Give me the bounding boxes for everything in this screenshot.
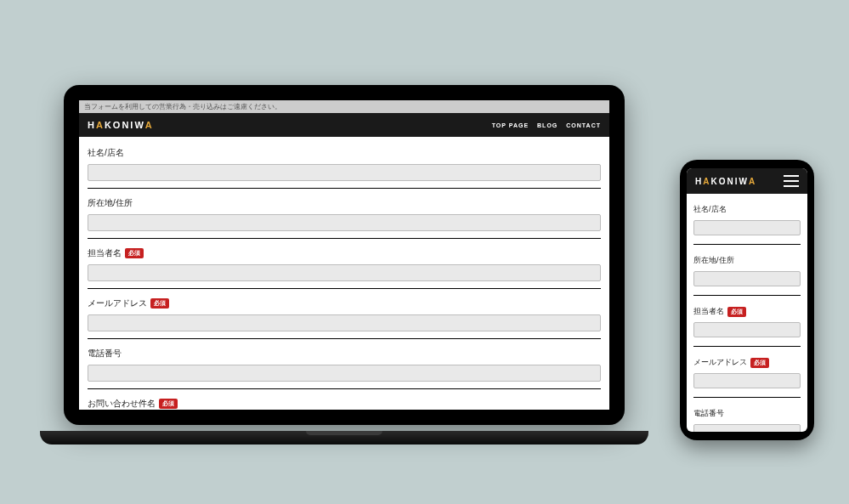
label-email: メールアドレス 必須 [88, 297, 601, 309]
field-person: 担当者名 必須 [88, 247, 601, 289]
input-address[interactable] [88, 214, 601, 231]
brand-part: H [695, 177, 703, 186]
field-address: 所在地/住所 [693, 255, 801, 296]
nav-blog[interactable]: BLOG [537, 122, 558, 128]
brand-accent: A [96, 120, 105, 130]
phone-screen: HAKONIWA 社名/店名 所在地/住所 担当者名 必須 [687, 168, 807, 432]
label-address: 所在地/住所 [88, 197, 601, 209]
brand-logo[interactable]: HAKONIWA [695, 177, 756, 186]
input-address[interactable] [693, 271, 801, 286]
label-text: 社名/店名 [693, 204, 727, 215]
input-email[interactable] [88, 314, 601, 331]
label-text: 社名/店名 [88, 147, 124, 159]
field-email: メールアドレス 必須 [88, 297, 601, 339]
field-phone: 電話番号 [88, 348, 601, 389]
laptop-screen: 当フォームを利用しての営業行為・売り込みはご遠慮ください。 HAKONIWA T… [79, 100, 609, 410]
input-company[interactable] [693, 220, 801, 235]
brand-logo[interactable]: HAKONIWA [88, 120, 154, 130]
field-company: 社名/店名 [693, 204, 801, 245]
label-address: 所在地/住所 [693, 255, 801, 266]
laptop-frame: 当フォームを利用しての営業行為・売り込みはご遠慮ください。 HAKONIWA T… [64, 85, 625, 425]
field-phone: 電話番号 [693, 408, 801, 432]
notice-bar: 当フォームを利用しての営業行為・売り込みはご遠慮ください。 [79, 100, 609, 113]
nav: TOP PAGE BLOG CONTACT [492, 122, 601, 128]
label-phone: 電話番号 [693, 408, 801, 419]
phone-device: HAKONIWA 社名/店名 所在地/住所 担当者名 必須 [680, 160, 814, 440]
contact-form: 社名/店名 所在地/住所 担当者名 必須 [79, 137, 609, 410]
field-address: 所在地/住所 [88, 197, 601, 239]
required-badge: 必須 [750, 358, 769, 368]
required-badge: 必須 [125, 248, 144, 258]
field-email: メールアドレス 必須 [693, 357, 801, 398]
brand-part: KONIW [105, 120, 145, 130]
label-text: 担当者名 [88, 247, 122, 259]
nav-contact[interactable]: CONTACT [566, 122, 601, 128]
input-person[interactable] [88, 264, 601, 281]
label-text: 所在地/住所 [693, 255, 734, 266]
label-phone: 電話番号 [88, 348, 601, 360]
label-text: メールアドレス [693, 357, 747, 368]
label-text: 担当者名 [693, 306, 724, 317]
field-person: 担当者名 必須 [693, 306, 801, 347]
input-phone[interactable] [88, 365, 601, 382]
label-text: 電話番号 [88, 348, 122, 360]
brand-part: H [88, 120, 96, 130]
brand-accent: A [703, 177, 710, 186]
menu-icon[interactable] [784, 175, 799, 187]
label-email: メールアドレス 必須 [693, 357, 801, 368]
laptop-device: 当フォームを利用しての営業行為・売り込みはご遠慮ください。 HAKONIWA T… [64, 85, 625, 438]
field-subject: お問い合わせ件名 必須 --- 選択してください --- ⌄ [88, 398, 601, 410]
contact-form: 社名/店名 所在地/住所 担当者名 必須 メールアドレス [687, 194, 807, 432]
label-text: お問い合わせ件名 [88, 398, 156, 410]
brand-part: KONIW [710, 177, 748, 186]
label-text: メールアドレス [88, 297, 147, 309]
nav-top-page[interactable]: TOP PAGE [492, 122, 529, 128]
label-company: 社名/店名 [693, 204, 801, 215]
brand-accent: A [749, 177, 756, 186]
label-person: 担当者名 必須 [88, 247, 601, 259]
label-person: 担当者名 必須 [693, 306, 801, 317]
input-person[interactable] [693, 322, 801, 337]
label-subject: お問い合わせ件名 必須 [88, 398, 601, 410]
label-text: 所在地/住所 [88, 197, 133, 209]
input-company[interactable] [88, 164, 601, 181]
input-email[interactable] [693, 373, 801, 388]
input-phone[interactable] [693, 424, 801, 432]
required-badge: 必須 [727, 307, 746, 317]
required-badge: 必須 [150, 298, 169, 309]
label-company: 社名/店名 [88, 147, 601, 159]
required-badge: 必須 [159, 399, 178, 409]
brand-accent: A [145, 120, 154, 130]
laptop-base [40, 431, 648, 445]
label-text: 電話番号 [693, 408, 724, 419]
header: HAKONIWA [687, 168, 807, 194]
header: HAKONIWA TOP PAGE BLOG CONTACT [79, 113, 609, 137]
field-company: 社名/店名 [88, 147, 601, 189]
